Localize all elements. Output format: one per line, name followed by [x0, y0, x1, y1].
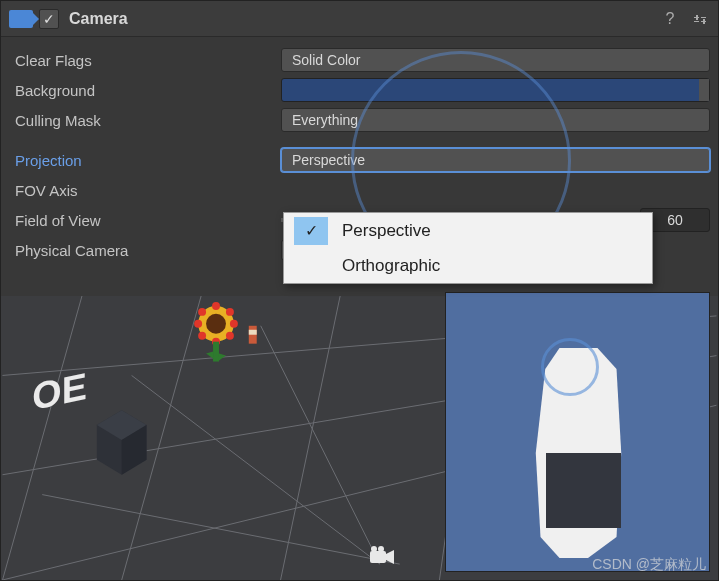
component-header: ✓ Camera ?: [1, 1, 718, 37]
svg-point-17: [206, 314, 226, 334]
svg-rect-29: [249, 326, 257, 344]
field-of-view-label: Field of View: [15, 212, 281, 229]
preset-icon[interactable]: [690, 9, 710, 29]
option-perspective[interactable]: ✓ Perspective: [284, 213, 652, 248]
svg-rect-30: [249, 330, 257, 335]
projection-options-popup: ✓ Perspective Orthographic: [283, 212, 653, 284]
svg-rect-1: [703, 19, 705, 24]
svg-point-24: [194, 320, 202, 328]
svg-line-11: [261, 326, 380, 564]
camera-gizmo-icon[interactable]: [368, 546, 398, 566]
camera-preview: [445, 292, 710, 572]
camera-icon: [9, 10, 33, 28]
svg-point-34: [378, 546, 384, 552]
highlight-circle-2: [541, 338, 599, 396]
svg-point-33: [371, 546, 377, 552]
option-orthographic[interactable]: Orthographic: [284, 248, 652, 283]
svg-line-5: [3, 296, 82, 580]
physical-camera-label: Physical Camera: [15, 242, 281, 259]
enable-checkbox[interactable]: ✓: [39, 9, 59, 29]
svg-rect-26: [213, 342, 219, 362]
watermark: CSDN @芝麻粒儿: [592, 556, 706, 574]
fov-axis-label: FOV Axis: [15, 182, 281, 199]
background-row: Background: [1, 75, 718, 105]
check-icon: ✓: [294, 217, 328, 245]
svg-marker-27: [206, 352, 213, 359]
svg-point-21: [226, 332, 234, 340]
svg-point-19: [226, 308, 234, 316]
svg-rect-31: [370, 551, 386, 563]
background-label: Background: [15, 82, 281, 99]
clear-flags-row: Clear Flags Solid Color: [1, 45, 718, 75]
svg-line-7: [281, 296, 341, 580]
flower-sprite: [194, 302, 238, 362]
option-label: Perspective: [342, 221, 431, 241]
svg-point-20: [230, 320, 238, 328]
clear-flags-label: Clear Flags: [15, 52, 281, 69]
culling-mask-label: Culling Mask: [15, 112, 281, 129]
svg-rect-0: [696, 15, 698, 20]
svg-point-23: [198, 332, 206, 340]
svg-point-18: [212, 302, 220, 310]
svg-marker-32: [386, 550, 394, 564]
preview-cube: [546, 453, 621, 528]
option-label: Orthographic: [342, 256, 440, 276]
check-placeholder: [294, 252, 328, 280]
component-title: Camera: [69, 10, 650, 28]
svg-point-25: [198, 308, 206, 316]
projection-label: Projection: [15, 152, 281, 169]
help-icon[interactable]: ?: [660, 9, 680, 29]
svg-line-9: [42, 495, 399, 565]
cube-gizmo: [97, 410, 147, 475]
